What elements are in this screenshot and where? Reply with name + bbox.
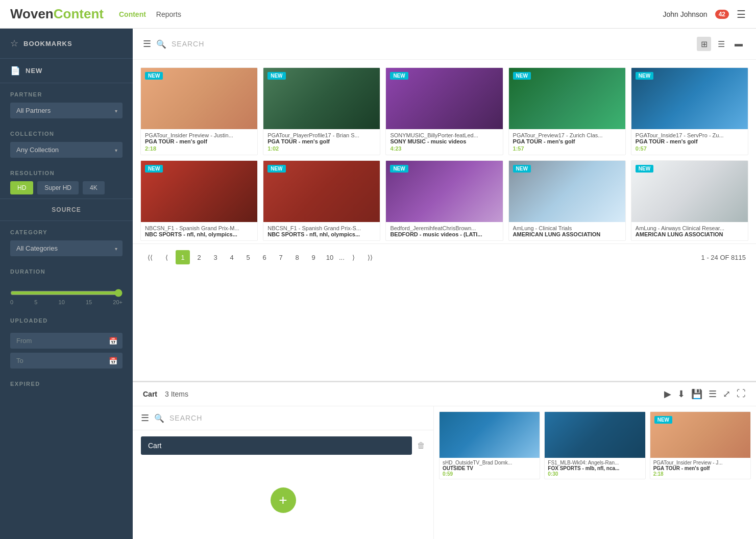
search-label[interactable]: SEARCH [172, 40, 692, 48]
page-3-btn[interactable]: 3 [208, 250, 223, 264]
content-grid: NEW PGATour_Insider Preview - Justin... … [133, 60, 756, 243]
sidebar: ☆ BOOKMARKS 📄 NEW PARTNER All Partners ▾… [0, 29, 133, 539]
nav-links: Content Reports [119, 10, 663, 18]
user-name: John Johnson [663, 10, 707, 18]
cart-name-area: 🗑 [133, 430, 433, 461]
card-duration: 4:23 [390, 145, 498, 152]
page-7-btn[interactable]: 7 [274, 250, 288, 264]
res-4k-button[interactable]: 4K [83, 181, 105, 194]
cart-filter-icon[interactable]: ☰ [141, 412, 149, 424]
res-hd-button[interactable]: HD [10, 181, 33, 194]
cart-add-button[interactable]: + [271, 487, 296, 513]
card-info: PGATour_Insider Preview - Justin... PGA … [141, 129, 257, 155]
content-card[interactable]: NEW Bedford_JeremihfeatChrisBrown... BED… [385, 160, 503, 241]
cart-add-area: + [133, 461, 433, 539]
uploaded-section-title: UPLOADED [10, 317, 123, 324]
duration-labels: 0 5 10 15 20+ [10, 299, 123, 305]
card-info: NBCSN_F1 - Spanish Grand Prix-S... NBC S… [263, 222, 380, 240]
cart-list-icon[interactable]: ☰ [709, 388, 717, 400]
card-title: NBCSN_F1 - Spanish Grand Prix-S... [267, 225, 376, 231]
page-first-btn[interactable]: ⟨⟨ [143, 250, 157, 264]
page-5-btn[interactable]: 5 [241, 250, 255, 264]
cart-search-label[interactable]: SEARCH [169, 414, 425, 422]
card-title: PGATour_Preview17 - Zurich Clas... [513, 132, 621, 138]
sidebar-partner: PARTNER All Partners ▾ [0, 83, 133, 122]
main-content: ☰ 🔍 SEARCH ⊞ ☰ ▬ NEW PGATour_Insider Pre… [133, 29, 756, 539]
new-label: NEW [26, 67, 42, 75]
sidebar-new-button[interactable]: 📄 NEW [0, 59, 133, 83]
notification-badge[interactable]: 42 [715, 10, 729, 19]
filter-icon[interactable]: ☰ [143, 38, 151, 50]
page-10-btn[interactable]: 10 [323, 250, 337, 264]
content-card[interactable]: NEW PGATour_Preview17 - Zurich Clas... P… [508, 67, 626, 155]
page-6-btn[interactable]: 6 [257, 250, 272, 264]
content-card[interactable]: NEW NBCSN_F1 - Spanish Grand Prix-M... N… [140, 160, 258, 241]
cart-items-grid: sHD_OutsideTV_Brad Domk... OUTSIDE TV 0:… [434, 406, 756, 539]
content-card[interactable]: NEW SONYMUSIC_BillyPorter-featLed... SON… [385, 67, 503, 155]
to-date-input[interactable] [10, 353, 123, 369]
top-panel: ☰ 🔍 SEARCH ⊞ ☰ ▬ NEW PGATour_Insider Pre… [133, 29, 756, 381]
cart-save-icon[interactable]: 💾 [691, 388, 702, 400]
page-4-btn[interactable]: 4 [225, 250, 239, 264]
cart-item-card[interactable]: FS1_MLB-Wk04: Angels-Ran... FOX SPORTS -… [544, 411, 645, 479]
card-collection: BEDFORD - music videos - (LATI... [390, 231, 498, 237]
source-label[interactable]: SOURCE [0, 199, 133, 221]
content-card[interactable]: NEW PGATour_PlayerProfile17 - Brian S...… [263, 67, 380, 155]
nav-content[interactable]: Content [119, 10, 146, 18]
page-last-btn[interactable]: ⟩⟩ [363, 250, 377, 264]
cart-card-title: sHD_OutsideTV_Brad Domk... [443, 460, 536, 465]
new-badge: NEW [267, 165, 285, 173]
collection-select-wrapper: Any Collection ▾ [10, 142, 123, 158]
category-select[interactable]: All Categories [10, 240, 123, 256]
card-title: AmLung - Clinical Trials [513, 225, 621, 231]
page-9-btn[interactable]: 9 [306, 250, 321, 264]
cart-card-collection: OUTSIDE TV [443, 465, 536, 471]
from-date-input[interactable] [10, 333, 123, 349]
cart-clear-icon[interactable]: 🗑 [417, 441, 425, 450]
uploaded-inputs: 📅 📅 [0, 333, 133, 369]
nav-reports[interactable]: Reports [156, 10, 181, 18]
header: WovenContent Content Reports John Johnso… [0, 0, 756, 29]
card-collection: PGA TOUR - men's golf [267, 138, 376, 144]
cart-card-title: PGATour_Insider Preview - J... [653, 460, 747, 465]
content-card[interactable]: NEW PGATour_Inside17 - ServPro - Zu... P… [631, 67, 748, 155]
card-thumbnail: NEW [386, 68, 502, 129]
content-card[interactable]: NEW AmLung - Clinical Trials AMERICAN LU… [508, 160, 626, 241]
detail-view-icon[interactable]: ▬ [731, 37, 746, 51]
card-info: PGATour_PlayerProfile17 - Brian S... PGA… [263, 129, 380, 155]
card-collection: AMERICAN LUNG ASSOCIATION [636, 231, 744, 237]
page-ellipsis: ... [339, 254, 345, 261]
grid-view-icon[interactable]: ⊞ [697, 37, 711, 51]
collection-section-title: COLLECTION [10, 131, 123, 137]
cart-expand-icon[interactable]: ⤢ [723, 388, 730, 400]
bookmark-icon: ☆ [10, 38, 18, 49]
card-title: PGATour_Inside17 - ServPro - Zu... [636, 132, 744, 138]
cart-download-icon[interactable]: ⬇ [677, 388, 685, 400]
page-8-btn[interactable]: 8 [290, 250, 304, 264]
cart-play-icon[interactable]: ▶ [664, 388, 671, 400]
cart-item-card[interactable]: NEW PGATour_Insider Preview - J... PGA T… [650, 411, 751, 479]
content-card[interactable]: NEW PGATour_Insider Preview - Justin... … [140, 67, 258, 155]
menu-icon[interactable]: ☰ [737, 8, 746, 20]
list-view-icon[interactable]: ☰ [714, 37, 728, 51]
cart-fullscreen-icon[interactable]: ⛶ [737, 388, 746, 400]
page-2-btn[interactable]: 2 [192, 250, 206, 264]
res-superhd-button[interactable]: Super HD [37, 181, 79, 194]
cart-card-duration: 0:30 [548, 471, 642, 477]
cart-item-card[interactable]: sHD_OutsideTV_Brad Domk... OUTSIDE TV 0:… [439, 411, 540, 479]
duration-slider[interactable] [10, 289, 123, 297]
collection-select[interactable]: Any Collection [10, 142, 123, 158]
page-next-btn[interactable]: ⟩ [347, 250, 361, 264]
card-duration: 2:18 [145, 145, 253, 152]
sidebar-bookmarks[interactable]: ☆ BOOKMARKS [0, 29, 133, 59]
sidebar-uploaded: UPLOADED [0, 309, 133, 333]
page-1-btn[interactable]: 1 [176, 250, 190, 264]
partner-select[interactable]: All Partners [10, 103, 123, 118]
content-card[interactable]: NEW AmLung - Airways Clinical Resear... … [631, 160, 748, 241]
cart-name-input[interactable] [141, 436, 412, 455]
page-prev-btn[interactable]: ⟨ [159, 250, 174, 264]
calendar-from-icon: 📅 [109, 337, 117, 345]
content-card[interactable]: NEW NBCSN_F1 - Spanish Grand Prix-S... N… [263, 160, 380, 241]
logo: WovenContent [10, 6, 104, 22]
view-icons: ⊞ ☰ ▬ [697, 37, 746, 51]
